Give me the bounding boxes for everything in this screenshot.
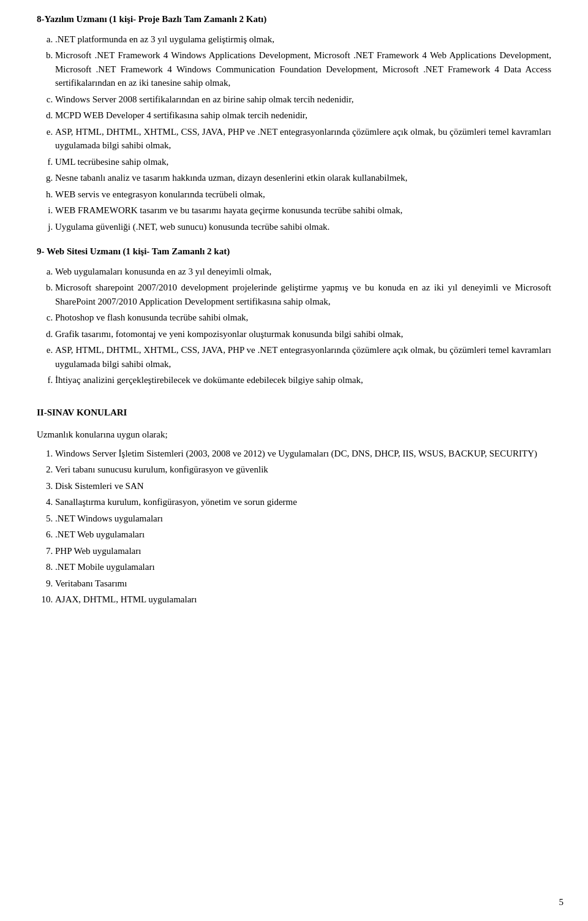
item-text: Disk Sistemleri ve SAN [55, 481, 144, 491]
section-8: 8-Yazılım Uzmanı (1 kişi- Proje Bazlı Ta… [37, 12, 551, 233]
item-text: Microsoft sharepoint 2007/2010 developme… [55, 282, 551, 306]
list-item: WEB FRAMEWORK tasarım ve bu tasarımı hay… [55, 203, 551, 218]
list-item: Sanallaştırma kurulum, konfigürasyon, yö… [55, 495, 551, 509]
list-item: Disk Sistemleri ve SAN [55, 479, 551, 493]
list-item: ASP, HTML, DHTML, XHTML, CSS, JAVA, PHP … [55, 125, 551, 153]
item-text: Windows Server İşletim Sistemleri (2003,… [55, 449, 537, 458]
item-text: Photoshop ve flash konusunda tecrübe sah… [55, 313, 248, 322]
item-text: ASP, HTML, DHTML, XHTML, CSS, JAVA, PHP … [55, 127, 551, 151]
section-9-list: Web uygulamaları konusunda en az 3 yıl d… [55, 265, 551, 387]
item-text: Uygulama güvenliği (.NET, web sunucu) ko… [55, 222, 330, 232]
list-item: WEB servis ve entegrasyon konularında te… [55, 188, 551, 202]
list-item: Uygulama güvenliği (.NET, web sunucu) ko… [55, 220, 551, 234]
item-text: .NET Mobile uygulamaları [55, 562, 155, 572]
item-text: .NET Web uygulamaları [55, 529, 145, 539]
list-item: PHP Web uygulamaları [55, 544, 551, 558]
item-text: .NET Windows uygulamaları [55, 514, 163, 523]
list-item: .NET platformunda en az 3 yıl uygulama g… [55, 32, 551, 47]
list-item: .NET Web uygulamaları [55, 528, 551, 542]
main-content: 8-Yazılım Uzmanı (1 kişi- Proje Bazlı Ta… [37, 12, 551, 607]
item-text: Microsoft .NET Framework 4 Windows Appli… [55, 50, 551, 88]
sinav-list: Windows Server İşletim Sistemleri (2003,… [55, 447, 551, 607]
list-item: Veri tabanı sunucusu kurulum, konfigüras… [55, 463, 551, 477]
item-text: Veritabanı Tasarımı [55, 578, 127, 588]
item-text: WEB servis ve entegrasyon konularında te… [55, 189, 265, 199]
list-item: .NET Windows uygulamaları [55, 512, 551, 526]
sinav-intro: Uzmanlık konularına uygun olarak; [37, 428, 551, 442]
list-item: Windows Server İşletim Sistemleri (2003,… [55, 447, 551, 461]
item-text: Grafik tasarımı, fotomontaj ve yeni komp… [55, 329, 403, 339]
item-text: PHP Web uygulamaları [55, 546, 141, 556]
list-item: Grafik tasarımı, fotomontaj ve yeni komp… [55, 327, 551, 341]
list-item: Web uygulamaları konusunda en az 3 yıl d… [55, 265, 551, 279]
section-9-title: 9- Web Sitesi Uzmanı (1 kişi- Tam Zamanl… [37, 244, 551, 259]
list-item: AJAX, DHTML, HTML uygulamaları [55, 593, 551, 607]
item-text: WEB FRAMEWORK tasarım ve bu tasarımı hay… [55, 205, 402, 215]
list-item: ASP, HTML, DHTML, XHTML, CSS, JAVA, PHP … [55, 343, 551, 371]
item-text: Nesne tabanlı analiz ve tasarım hakkında… [55, 173, 407, 183]
list-item: MCPD WEB Developer 4 sertifikasına sahip… [55, 108, 551, 123]
item-text: MCPD WEB Developer 4 sertifikasına sahip… [55, 110, 307, 120]
item-text: UML tecrübesine sahip olmak, [55, 157, 168, 167]
item-text: AJAX, DHTML, HTML uygulamaları [55, 594, 197, 604]
list-item: İhtiyaç analizini gerçekleştirebilecek v… [55, 373, 551, 387]
list-item: Veritabanı Tasarımı [55, 577, 551, 591]
item-text: ASP, HTML, DHTML, XHTML, CSS, JAVA, PHP … [55, 345, 551, 369]
item-text: Veri tabanı sunucusu kurulum, konfigüras… [55, 464, 268, 474]
list-item: Nesne tabanlı analiz ve tasarım hakkında… [55, 171, 551, 185]
item-text: Windows Server 2008 sertifikalarından en… [55, 94, 353, 104]
sinav-title: II-SINAV KONULARI [37, 406, 551, 420]
section-8-list: .NET platformunda en az 3 yıl uygulama g… [55, 32, 551, 234]
list-item: Windows Server 2008 sertifikalarından en… [55, 93, 551, 107]
list-item: .NET Mobile uygulamaları [55, 560, 551, 574]
list-item: Microsoft sharepoint 2007/2010 developme… [55, 281, 551, 308]
item-text: Sanallaştırma kurulum, konfigürasyon, yö… [55, 497, 297, 507]
item-text: Web uygulamaları konusunda en az 3 yıl d… [55, 267, 271, 276]
section-9: 9- Web Sitesi Uzmanı (1 kişi- Tam Zamanl… [37, 244, 551, 387]
list-item: Photoshop ve flash konusunda tecrübe sah… [55, 311, 551, 325]
section-8-title: 8-Yazılım Uzmanı (1 kişi- Proje Bazlı Ta… [37, 12, 551, 26]
list-item: UML tecrübesine sahip olmak, [55, 155, 551, 169]
item-text: .NET platformunda en az 3 yıl uygulama g… [55, 34, 274, 44]
sinav-konulari-section: II-SINAV KONULARI Uzmanlık konularına uy… [37, 406, 551, 607]
item-text: İhtiyaç analizini gerçekleştirebilecek v… [55, 375, 363, 385]
list-item: Microsoft .NET Framework 4 Windows Appli… [55, 48, 551, 90]
